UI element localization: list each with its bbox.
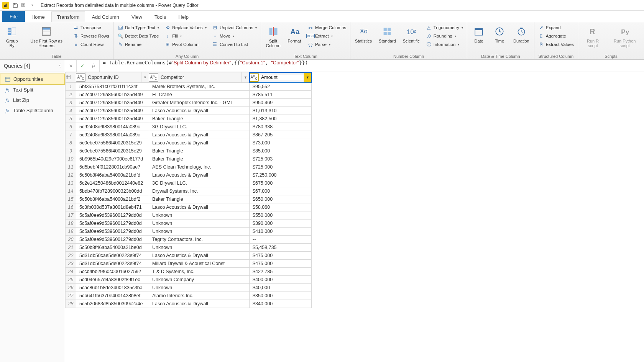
move-button[interactable]: ↔Move▾ — [211, 32, 258, 40]
aggregate-button[interactable]: ΣAggregate — [537, 32, 575, 40]
cell[interactable]: $785,511 — [250, 91, 312, 99]
type-text-icon[interactable]: ABC — [250, 72, 259, 82]
cell[interactable]: T & D Systems, Inc. — [149, 268, 250, 276]
time-button[interactable]: Time — [491, 24, 508, 45]
cell[interactable]: 5c2cd07129a856001b25d449 — [76, 99, 149, 107]
table-row[interactable]: 125c50b8f46aba54000a21bdfdLasco Acoustic… — [66, 171, 312, 179]
run-r-button[interactable]: RRun R script — [581, 24, 605, 49]
cell[interactable]: 5c2cd07129a856001b25d449 — [76, 115, 149, 123]
cell[interactable]: 5c50b8f46aba54000a21be0d — [76, 244, 149, 252]
table-row[interactable]: 55c2cd07129a856001b25d449Baker Triangle$… — [66, 115, 312, 123]
run-python-button[interactable]: PyRun Python script — [608, 24, 641, 49]
table-row[interactable]: 235d31db50cae5de00223e9f74Millard Drywal… — [66, 260, 312, 268]
cell[interactable]: Tegrity Contractors, Inc. — [149, 236, 250, 244]
save-icon[interactable] — [12, 2, 18, 8]
use-first-row-button[interactable]: Use First Row as Headers — [25, 24, 68, 49]
cell[interactable]: Baker Triangle — [149, 195, 250, 203]
cell[interactable]: Lasco Acoustics & Drywall — [149, 300, 250, 308]
cell[interactable]: 5b9965b40d29e7000ec6177d — [76, 155, 149, 163]
cancel-formula-button[interactable]: ✕ — [65, 60, 77, 72]
fill-button[interactable]: ↓Fill▾ — [164, 32, 207, 40]
cell[interactable]: 5c2cd07129a856001b25d449 — [76, 107, 149, 115]
cell[interactable]: 3G Drywall LLC. — [149, 123, 250, 131]
table-row[interactable]: 155c50b8f46aba54000a21bdf2Baker Triangle… — [66, 195, 312, 203]
cell[interactable]: $1,382,500 — [250, 115, 312, 123]
grid-corner[interactable] — [66, 72, 76, 83]
detect-type-button[interactable]: 🔍Detect Data Type — [117, 32, 160, 40]
table-row[interactable]: 15bf3557581c01f001f11c34fMarek Brothers … — [66, 83, 312, 91]
cell[interactable]: Baker Triangle — [149, 155, 250, 163]
cell[interactable]: $650,000 — [250, 195, 312, 203]
cell[interactable]: $390,000 — [250, 219, 312, 228]
cell[interactable]: $73,000 — [250, 139, 312, 147]
table-row[interactable]: 105b9965b40d29e7000ec6177dBaker Triangle… — [66, 155, 312, 163]
cell[interactable]: 5ccb4bb29f60c00016027592 — [76, 268, 149, 276]
cell[interactable]: Baker Triangle — [149, 115, 250, 123]
cell[interactable]: 5c50b8f46aba54000a21bdfd — [76, 171, 149, 179]
table-row[interactable]: 275cb641fb6370e4001428b8efAlamo Interior… — [66, 292, 312, 300]
cell[interactable]: $350,000 — [250, 292, 312, 300]
cell[interactable]: 5c0ebe075566f40020315e29 — [76, 139, 149, 147]
filter-dropdown-icon[interactable]: ▼ — [304, 72, 311, 82]
cell[interactable]: 5bdb478fb7289000323b00dd — [76, 187, 149, 195]
cell[interactable]: Drywall Systems, Inc. — [149, 187, 250, 195]
cell[interactable]: 5d31db50cae5de00223e9f74 — [76, 252, 149, 260]
cell[interactable]: $725,000 — [250, 163, 312, 171]
query-item[interactable]: Opportunities — [0, 74, 65, 85]
cell[interactable]: 5cac86b1b8de24001835c3ba — [76, 284, 149, 292]
cell[interactable]: 3G Drywall LLC. — [149, 179, 250, 187]
count-rows-button[interactable]: ≡Count Rows — [72, 41, 110, 48]
column-header-amount-editing[interactable]: ABC ▼ — [250, 72, 312, 83]
trig-button[interactable]: △Trigonometry▾ — [425, 24, 464, 31]
standard-button[interactable]: Standard — [377, 24, 398, 45]
cell[interactable]: Unknown — [149, 228, 250, 236]
table-row[interactable]: 285c5b20683d8b8500309c2a4eLasco Acoustic… — [66, 300, 312, 308]
split-column-button[interactable]: Split Column — [264, 24, 282, 49]
table-row[interactable]: 175c5af0ee9d5396001279dd0dUnknown$550,00… — [66, 211, 312, 219]
cell[interactable]: $95,552 — [250, 83, 312, 91]
cell[interactable]: 5d5bebf4f91228001cb90ae7 — [76, 163, 149, 171]
duration-button[interactable]: Duration — [512, 24, 531, 45]
cell[interactable]: 5c3fb030d537a3001d8eb471 — [76, 203, 149, 211]
cell[interactable]: $725,003 — [250, 155, 312, 163]
cell[interactable]: $85,000 — [250, 147, 312, 155]
table-row[interactable]: 185c5af0ee9d5396001279dd0dUnknown$390,00… — [66, 219, 312, 228]
query-item[interactable]: fxList Zip — [0, 95, 65, 105]
table-row[interactable]: 195c5af0ee9d5396001279dd0dUnknown$410,00… — [66, 228, 312, 236]
format-button[interactable]: Aa Format — [286, 24, 303, 45]
table-row[interactable]: 75c92408d6f83980014fa089cLasco Acoustics… — [66, 131, 312, 139]
cell[interactable]: 5c5af0ee9d5396001279dd0d — [76, 211, 149, 219]
column-header-opportunity-id[interactable]: ABC Opportunity ID ▼ — [76, 72, 149, 83]
data-type-button[interactable]: ABData Type: Text▾ — [117, 24, 160, 31]
cell[interactable]: $550,000 — [250, 211, 312, 219]
table-row[interactable]: 115d5bebf4f91228001cb90ae7AES Clean Tech… — [66, 163, 312, 171]
reverse-rows-button[interactable]: ⇅Reverse Rows — [72, 32, 110, 40]
cell[interactable]: Unknown Company — [149, 276, 250, 284]
cell[interactable]: $40,000 — [250, 284, 312, 292]
tab-add-column[interactable]: Add Column — [86, 11, 125, 22]
cell[interactable]: $340,000 — [250, 300, 312, 308]
cell[interactable]: $58,060 — [250, 203, 312, 211]
cell[interactable]: Lasco Acoustics & Drywall — [149, 107, 250, 115]
cell[interactable]: Lasco Acoustics & Drywall — [149, 131, 250, 139]
extract-values-button[interactable]: ⎘Extract Values — [537, 41, 575, 48]
table-row[interactable]: 245ccb4bb29f60c00016027592T & D Systems,… — [66, 268, 312, 276]
cell[interactable]: $475,000 — [250, 252, 312, 260]
cell[interactable]: $5,458,735 — [250, 244, 312, 252]
cell[interactable]: 5c5af0ee9d5396001279dd0d — [76, 219, 149, 228]
tab-view[interactable]: View — [126, 11, 148, 22]
cell[interactable]: 5cd04e657d4a83002f89f1e0 — [76, 276, 149, 284]
query-item[interactable]: fxTable SplitColumn — [0, 105, 65, 116]
cell[interactable]: 5c5af0ee9d5396001279dd0d — [76, 236, 149, 244]
table-row[interactable]: 135c2e14250486bd0012440e823G Drywall LLC… — [66, 179, 312, 187]
cell[interactable]: 5c5af0ee9d5396001279dd0d — [76, 228, 149, 236]
date-button[interactable]: Date — [470, 24, 487, 45]
cell[interactable]: Lasco Acoustics & Drywall — [149, 171, 250, 179]
table-row[interactable]: 205c5af0ee9d5396001279dd0dTegrity Contra… — [66, 236, 312, 244]
cell[interactable]: $7,250,000 — [250, 171, 312, 179]
cell[interactable]: Lasco Acoustics & Drywall — [149, 203, 250, 211]
cell[interactable]: Millard Drywall & Acoustical Const — [149, 260, 250, 268]
cell[interactable]: $780,338 — [250, 123, 312, 131]
rename-button[interactable]: ✎Rename — [117, 41, 160, 48]
accept-formula-button[interactable]: ✓ — [77, 60, 88, 72]
